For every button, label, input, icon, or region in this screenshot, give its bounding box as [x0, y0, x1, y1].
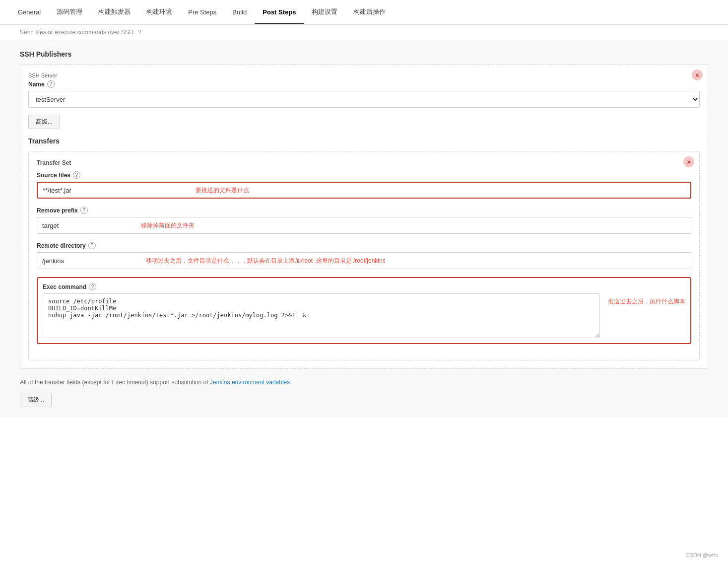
exec-command-row: 推送过去之后，执行什么脚本 [43, 293, 685, 338]
name-question-icon[interactable]: ? [47, 80, 55, 88]
remote-directory-annotation: 移动过去之后，文件目录是什么，，，默认会在目录上添加/root ,这里的目录是 … [146, 257, 386, 265]
ssh-server-close-button[interactable]: × [692, 70, 703, 80]
exec-command-textarea[interactable] [43, 293, 600, 338]
remote-directory-label: Remote directory ? [37, 242, 691, 249]
ssh-server-label: SSH Server [28, 72, 700, 78]
watermark: CSDN @wfm [685, 552, 718, 558]
tab-post-build[interactable]: 构建后操作 [345, 0, 394, 24]
top-hint-bar: Send files or execute commands over SSH.… [0, 25, 728, 40]
footer-note: All of the transfer fields (except for E… [20, 379, 708, 386]
source-files-question-icon[interactable]: ? [73, 171, 80, 179]
ssh-publishers-section: SSH Publishers × SSH Server Name ? testS… [20, 50, 708, 369]
transfers-section: Transfers × Transfer Set Source files ? [28, 137, 700, 360]
ssh-server-advanced-button[interactable]: 高级... [28, 115, 60, 129]
exec-command-label: Exec command ? [43, 283, 685, 290]
tab-source-mgmt[interactable]: 源码管理 [49, 0, 90, 24]
exec-command-box: Exec command ? 推送过去之后，执行什么脚本 [37, 277, 691, 344]
transfer-set-close-button[interactable]: × [683, 156, 694, 167]
remove-prefix-input[interactable] [37, 217, 691, 234]
tab-build-settings[interactable]: 构建设置 [304, 0, 345, 24]
top-hint-question-icon[interactable]: ? [138, 29, 141, 36]
transfers-title: Transfers [28, 137, 700, 145]
source-files-row: 要推送的文件是什么 [37, 182, 691, 199]
source-files-label: Source files ? [37, 171, 691, 179]
ssh-server-box: × SSH Server Name ? testServer 高级... Tra… [20, 64, 708, 369]
page-wrapper: General 源码管理 构建触发器 构建环境 Pre Steps Build … [0, 0, 728, 563]
tab-build-env[interactable]: 构建环境 [138, 0, 180, 24]
exec-command-annotation: 推送过去之后，执行什么脚本 [608, 293, 685, 306]
exec-command-question-icon[interactable]: ? [89, 283, 96, 290]
remove-prefix-group: Remove prefix ? 移除掉前面的文件夹 [37, 207, 691, 234]
tab-build-trigger[interactable]: 构建触发器 [90, 0, 138, 24]
tab-post-steps[interactable]: Post Steps [255, 1, 304, 24]
tab-general[interactable]: General [10, 1, 49, 24]
main-content: SSH Publishers × SSH Server Name ? testS… [0, 40, 728, 417]
tab-pre-steps[interactable]: Pre Steps [180, 1, 224, 24]
transfer-set-box: × Transfer Set Source files ? 要推送的文件是什么 [28, 151, 700, 360]
remove-prefix-question-icon[interactable]: ? [80, 207, 88, 214]
remote-directory-row: 移动过去之后，文件目录是什么，，，默认会在目录上添加/root ,这里的目录是 … [37, 252, 691, 269]
remove-prefix-row: 移除掉前面的文件夹 [37, 217, 691, 234]
jenkins-env-vars-link[interactable]: Jenkins environment variables [210, 379, 290, 386]
exec-command-group: Exec command ? 推送过去之后，执行什么脚本 [37, 277, 691, 344]
name-field-label: Name ? [28, 80, 700, 88]
footer-note-text: All of the transfer fields (except for E… [20, 379, 210, 386]
remove-prefix-label: Remove prefix ? [37, 207, 691, 214]
source-files-group: Source files ? 要推送的文件是什么 [37, 171, 691, 199]
remove-prefix-annotation: 移除掉前面的文件夹 [141, 221, 195, 230]
remote-directory-question-icon[interactable]: ? [88, 242, 96, 249]
server-name-select[interactable]: testServer [28, 91, 700, 108]
tab-build[interactable]: Build [224, 1, 255, 24]
top-hint-text: Send files or execute commands over SSH. [20, 29, 135, 36]
tab-bar: General 源码管理 构建触发器 构建环境 Pre Steps Build … [0, 0, 728, 25]
remote-directory-group: Remote directory ? 移动过去之后，文件目录是什么，，，默认会在… [37, 242, 691, 269]
transfer-set-label: Transfer Set [37, 159, 691, 166]
ssh-publishers-title: SSH Publishers [20, 50, 708, 58]
bottom-advanced-button[interactable]: 高级... [20, 393, 52, 407]
source-files-input[interactable] [37, 182, 691, 199]
